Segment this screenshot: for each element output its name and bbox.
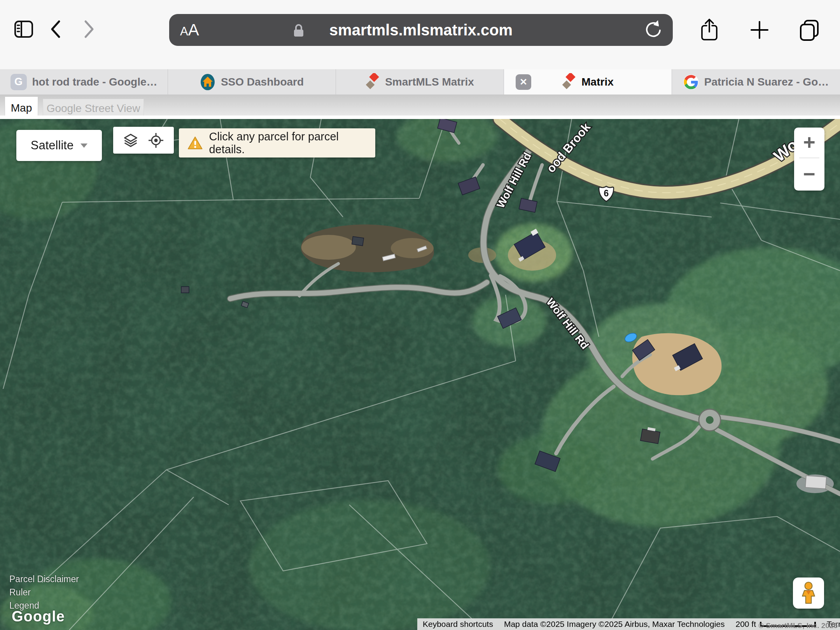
view-tab-row: Map Google Street View: [0, 94, 840, 119]
reload-icon[interactable]: [643, 19, 663, 43]
tab-label: Patricia N Suarez - Go…: [704, 76, 829, 88]
layers-icon[interactable]: [123, 133, 138, 147]
zoom-out-button[interactable]: −: [794, 159, 824, 188]
map-type-label: Satellite: [31, 138, 74, 152]
map-type-dropdown[interactable]: Satellite: [16, 130, 102, 161]
map-tools: [113, 127, 174, 154]
new-tab-icon[interactable]: [750, 20, 769, 40]
parcel-disclaimer-link[interactable]: Parcel Disclaimer: [9, 572, 79, 586]
my-location-icon[interactable]: [148, 133, 164, 148]
close-tab-icon[interactable]: ✕: [516, 74, 531, 90]
tab-sso-dashboard[interactable]: SSO Dashboard: [168, 69, 336, 94]
tab-label: SmartMLS Matrix: [385, 76, 474, 88]
map-footer-links: Parcel Disclaimer Ruler Legend: [9, 572, 79, 612]
cul-de-sac: [699, 409, 721, 431]
tab-patricia-suarez[interactable]: Patricia N Suarez - Go…: [672, 69, 840, 94]
google-g-icon: [683, 74, 699, 90]
zoom-control: + −: [794, 128, 824, 191]
svg-text:6: 6: [604, 188, 609, 198]
smartmls-logo-icon: [562, 73, 576, 91]
tab-label: SSO Dashboard: [221, 76, 304, 88]
browser-tab-bar: G hot rod trade - Google… SSO Dashboard …: [0, 69, 840, 94]
forward-button[interactable]: [81, 19, 96, 39]
tab-google-street-view[interactable]: Google Street View: [43, 99, 144, 118]
zoom-in-button[interactable]: +: [794, 128, 824, 156]
tab-label: hot rod trade - Google…: [32, 76, 158, 88]
map-data-attribution: Map data ©2025 Imagery ©2025 Airbus, Max…: [499, 618, 730, 630]
scale-label: 200 ft: [736, 620, 756, 629]
ipad-screen: 9:14 AMTue Aug 12 61%: [0, 0, 840, 630]
address-bar[interactable]: AA smartmls.mlsmatrix.com: [169, 14, 673, 46]
back-button[interactable]: [48, 19, 64, 39]
share-icon[interactable]: [700, 18, 719, 42]
tabs-overview-icon[interactable]: [798, 19, 821, 41]
smartmls-watermark: © SmartMLS, Inc. 2025: [758, 621, 838, 630]
tab-label: Matrix: [581, 76, 613, 88]
parcel-message-text: Click any parcel for parcel details.: [209, 130, 375, 156]
smartmls-logo-icon: [366, 73, 380, 91]
keyboard-shortcuts-link[interactable]: Keyboard shortcuts: [417, 618, 499, 630]
ruler-link[interactable]: Ruler: [9, 586, 79, 599]
g-letter-icon: G: [10, 74, 27, 90]
satellite-map: Wolf Hill Rd Wolf Hill Rd ood Brook Wo 6: [0, 119, 840, 630]
tab-matrix-active[interactable]: ✕ Matrix: [504, 69, 672, 94]
map-canvas[interactable]: Wolf Hill Rd Wolf Hill Rd ood Brook Wo 6…: [0, 119, 840, 630]
parcel-message-box: Click any parcel for parcel details.: [179, 128, 375, 158]
sso-house-icon: [200, 74, 215, 91]
chevron-down-icon: [80, 144, 88, 148]
url-text: smartmls.mlsmatrix.com: [169, 21, 673, 39]
warning-icon: [187, 136, 203, 150]
sidebar-icon[interactable]: [14, 20, 33, 38]
pegman-button[interactable]: [793, 578, 824, 609]
browser-toolbar: AA smartmls.mlsmatrix.com: [0, 0, 840, 69]
google-logo[interactable]: Google: [12, 608, 65, 625]
tab-smartmls-matrix[interactable]: SmartMLS Matrix: [336, 69, 504, 94]
pegman-icon: [800, 582, 817, 604]
tab-hot-rod-trade[interactable]: G hot rod trade - Google…: [0, 69, 168, 94]
